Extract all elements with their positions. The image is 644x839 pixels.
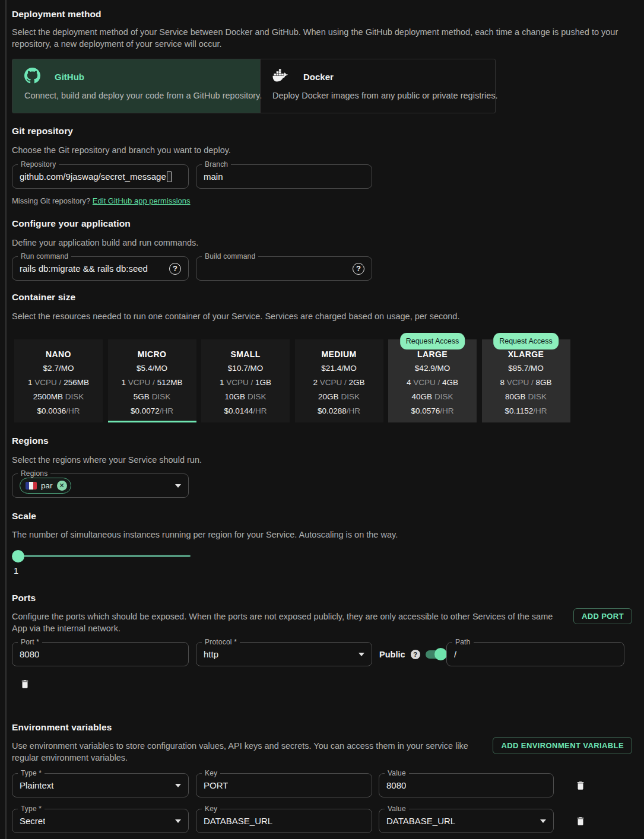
- github-option-label: GitHub: [55, 72, 84, 82]
- size-cpu-ram: 1 VCPU / 1GB: [220, 376, 271, 390]
- path-value: /: [454, 649, 456, 659]
- edit-github-permissions-link[interactable]: Edit GitHub app permissions: [93, 196, 191, 205]
- scale-slider-thumb[interactable]: [12, 550, 24, 562]
- size-cpu-ram: 1 VCPU / 256MB: [28, 376, 89, 390]
- size-hourly: $0.0072/HR: [131, 404, 173, 418]
- deployment-option-github[interactable]: GitHub Connect, build and deploy your co…: [12, 59, 260, 113]
- deployment-option-docker[interactable]: Docker Deploy Docker images from any pub…: [260, 59, 496, 113]
- env-key-value: PORT: [204, 780, 228, 790]
- delete-env-var-button[interactable]: [575, 815, 587, 828]
- regions-title: Regions: [12, 436, 632, 446]
- delete-env-var-button[interactable]: [575, 779, 587, 792]
- size-disk: 10GB DISK: [225, 390, 267, 404]
- configure-application-title: Configure your application: [12, 218, 632, 229]
- env-var-row: Type * Plaintext Key PORT Value 8080: [12, 773, 632, 797]
- repository-input[interactable]: Repository github.com/9jaswag/secret_mes…: [12, 164, 189, 189]
- size-monthly: $85.7/MO: [508, 361, 543, 376]
- deployment-method-title: Deployment method: [12, 9, 632, 20]
- git-repository-description: Choose the Git repository and branch you…: [12, 144, 632, 156]
- build-command-input[interactable]: Build command ?: [196, 256, 372, 281]
- size-cpu-ram: 4 VCPU / 4GB: [407, 376, 458, 390]
- env-key-label: Key: [202, 769, 220, 777]
- path-label: Path: [452, 638, 474, 646]
- branch-label: Branch: [202, 160, 231, 169]
- text-cursor: [167, 171, 172, 182]
- build-command-help-icon[interactable]: ?: [353, 263, 364, 275]
- chevron-down-icon: [175, 784, 181, 787]
- size-card-nano[interactable]: NANO $2.7/MO 1 VCPU / 256MB 2500MB DISK …: [14, 339, 103, 422]
- env-value-select[interactable]: Value DATABASE_URL: [379, 809, 554, 833]
- size-name: MEDIUM: [321, 347, 356, 361]
- region-chip-label: par: [41, 481, 53, 490]
- size-disk: 2500MB DISK: [33, 390, 84, 404]
- repository-value: github.com/9jaswag/secret_message: [20, 171, 166, 182]
- chevron-down-icon: [359, 653, 364, 656]
- size-monthly: $2.7/MO: [43, 361, 74, 376]
- port-input[interactable]: Port * 8080: [12, 642, 189, 666]
- configure-application-description: Define your application build and run co…: [12, 237, 632, 249]
- repository-label: Repository: [18, 160, 59, 169]
- request-access-badge[interactable]: Request Access: [400, 333, 465, 349]
- env-key-value: DATABASE_URL: [204, 816, 272, 826]
- deployment-method-description: Select the deployment method of your Ser…: [12, 26, 629, 50]
- size-disk: 20GB DISK: [318, 390, 360, 404]
- size-card-micro[interactable]: MICRO $5.4/MO 1 VCPU / 512MB 5GB DISK $0…: [108, 339, 196, 422]
- public-label: Public: [379, 650, 405, 659]
- env-type-select[interactable]: Type * Secret: [12, 809, 189, 833]
- add-port-button[interactable]: ADD PORT: [573, 608, 632, 624]
- size-hourly: $0.0036/HR: [37, 404, 80, 418]
- size-name: SMALL: [230, 347, 260, 361]
- size-card-large[interactable]: Request Access LARGE $42.9/MO 4 VCPU / 4…: [388, 339, 477, 422]
- request-access-badge[interactable]: Request Access: [493, 333, 559, 349]
- path-input[interactable]: Path /: [446, 642, 624, 666]
- env-value-input[interactable]: Value 8080: [379, 773, 554, 797]
- regions-description: Select the regions where your Service sh…: [12, 454, 632, 466]
- size-monthly: $5.4/MO: [137, 361, 167, 376]
- scale-value: 1: [14, 566, 632, 576]
- run-command-input[interactable]: Run command rails db:migrate && rails db…: [12, 256, 189, 281]
- size-cpu-ram: 8 VCPU / 8GB: [500, 376, 551, 390]
- environment-variables-description: Use environment variables to store confi…: [12, 740, 487, 764]
- run-command-help-icon[interactable]: ?: [169, 263, 181, 275]
- protocol-label: Protocol *: [202, 638, 240, 646]
- github-option-description: Connect, build and deploy your code from…: [18, 91, 254, 100]
- public-help-icon[interactable]: ?: [411, 650, 420, 659]
- public-toggle[interactable]: [426, 648, 447, 660]
- regions-select[interactable]: Regions par ✕: [12, 473, 189, 498]
- env-key-input[interactable]: Key PORT: [196, 773, 372, 797]
- size-cpu-ram: 2 VCPU / 2GB: [313, 376, 364, 390]
- size-card-xlarge[interactable]: Request Access XLARGE $85.7/MO 8 VCPU / …: [482, 339, 570, 422]
- size-disk: 40GB DISK: [412, 390, 453, 404]
- scale-slider[interactable]: [12, 550, 202, 562]
- missing-repo-text: Missing Git repository?: [12, 196, 90, 205]
- scale-slider-track[interactable]: [12, 555, 191, 557]
- size-card-medium[interactable]: MEDIUM $21.4/MO 2 VCPU / 2GB 20GB DISK $…: [295, 339, 383, 422]
- env-type-value: Secret: [20, 816, 45, 826]
- france-flag-icon: [26, 482, 37, 490]
- size-disk: 5GB DISK: [134, 390, 170, 404]
- scale-title: Scale: [12, 511, 632, 522]
- remove-region-icon[interactable]: ✕: [57, 481, 67, 491]
- env-value-value: DATABASE_URL: [386, 816, 455, 826]
- branch-input[interactable]: Branch main: [196, 164, 372, 189]
- docker-option-description: Deploy Docker images from any public or …: [267, 91, 490, 100]
- protocol-select[interactable]: Protocol * http: [196, 642, 372, 666]
- env-type-value: Plaintext: [20, 780, 54, 790]
- size-card-small[interactable]: SMALL $10.7/MO 1 VCPU / 1GB 10GB DISK $0…: [201, 339, 290, 422]
- environment-variables-title: Environment variables: [12, 722, 632, 733]
- env-type-label: Type *: [18, 805, 45, 813]
- github-icon: [24, 68, 40, 86]
- delete-port-button[interactable]: [20, 678, 31, 691]
- add-environment-variable-button[interactable]: ADD ENVIRONMENT VARIABLE: [493, 737, 632, 754]
- region-chip-par[interactable]: par ✕: [20, 478, 71, 494]
- env-type-select[interactable]: Type * Plaintext: [12, 773, 189, 797]
- size-hourly: $0.1152/HR: [505, 404, 547, 418]
- regions-field-label: Regions: [18, 469, 50, 478]
- container-size-description: Select the resources needed to run one c…: [12, 310, 632, 322]
- container-size-title: Container size: [12, 292, 632, 303]
- protocol-value: http: [204, 649, 218, 659]
- env-key-input[interactable]: Key DATABASE_URL: [196, 809, 372, 833]
- env-value-label: Value: [385, 805, 409, 813]
- chevron-down-icon: [175, 484, 181, 488]
- chevron-down-icon: [540, 819, 546, 823]
